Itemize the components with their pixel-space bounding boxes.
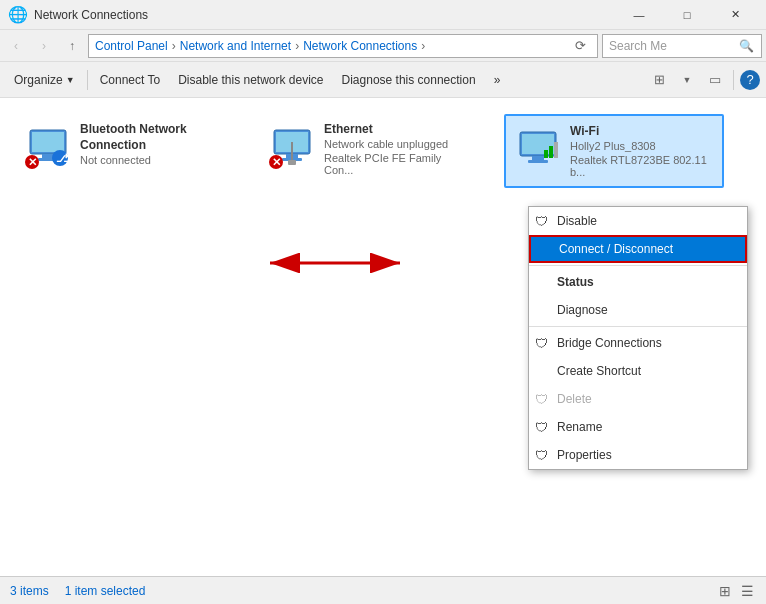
ethernet-adapter: Realtek PCIe FE Family Con...	[324, 152, 472, 176]
bluetooth-icon-wrapper: ⎇ ✕	[24, 122, 72, 170]
ctx-diagnose[interactable]: Diagnose	[529, 296, 747, 324]
back-button[interactable]: ‹	[4, 34, 28, 58]
shield-icon-delete: 🛡	[535, 392, 548, 407]
maximize-button[interactable]: □	[664, 0, 710, 30]
toolbar-right: ⊞ ▼ ▭ ?	[647, 68, 760, 92]
pane-button[interactable]: ▭	[703, 68, 727, 92]
ctx-rename[interactable]: 🛡 Rename	[529, 413, 747, 441]
title-bar: 🌐 Network Connections — □ ✕	[0, 0, 766, 30]
diagnose-button[interactable]: Diagnose this connection	[334, 66, 484, 94]
forward-button[interactable]: ›	[32, 34, 56, 58]
search-box[interactable]: 🔍	[602, 34, 762, 58]
ctx-disable[interactable]: 🛡 Disable	[529, 207, 747, 235]
svg-rect-18	[532, 156, 544, 160]
svg-text:✕: ✕	[28, 156, 37, 168]
search-icon[interactable]: 🔍	[738, 36, 755, 56]
svg-text:✕: ✕	[272, 156, 281, 168]
organize-dropdown-icon: ▼	[66, 75, 75, 85]
svg-rect-21	[549, 146, 553, 158]
organize-button[interactable]: Organize ▼	[6, 66, 83, 94]
main-content: ⎇ ✕ Bluetooth Network Connection Not con…	[0, 98, 766, 576]
up-button[interactable]: ↑	[60, 34, 84, 58]
svg-text:⎇: ⎇	[56, 152, 69, 164]
shield-icon-bridge: 🛡	[535, 336, 548, 351]
ctx-properties[interactable]: 🛡 Properties	[529, 441, 747, 469]
wifi-icon-wrapper	[514, 124, 562, 172]
minimize-button[interactable]: —	[616, 0, 662, 30]
window-title: Network Connections	[34, 8, 148, 22]
ethernet-name: Ethernet	[324, 122, 472, 136]
bluetooth-status: Not connected	[80, 154, 187, 166]
disable-button[interactable]: Disable this network device	[170, 66, 331, 94]
ctx-bridge-label: Bridge Connections	[557, 336, 662, 350]
error-badge-bluetooth: ✕	[24, 154, 40, 170]
ctx-delete-label: Delete	[557, 392, 592, 406]
bluetooth-info: Bluetooth Network Connection Not connect…	[80, 122, 187, 166]
view-grid-icon[interactable]: ⊞	[716, 583, 734, 599]
status-bar: 3 items 1 item selected ⊞ ☰	[0, 576, 766, 604]
wifi-info: Wi-Fi Holly2 Plus_8308 Realtek RTL8723BE…	[570, 124, 714, 178]
item-count: 3 items	[10, 584, 49, 598]
toolbar: Organize ▼ Connect To Disable this netwo…	[0, 62, 766, 98]
organize-label: Organize	[14, 73, 63, 87]
path-network-connections[interactable]: Network Connections	[303, 39, 417, 53]
ctx-shortcut[interactable]: Create Shortcut	[529, 357, 747, 385]
search-input[interactable]	[609, 39, 734, 53]
ethernet-info: Ethernet Network cable unplugged Realtek…	[324, 122, 472, 176]
close-button[interactable]: ✕	[712, 0, 758, 30]
path-network-internet[interactable]: Network and Internet	[180, 39, 291, 53]
diagnose-label: Diagnose this connection	[342, 73, 476, 87]
ethernet-status: Network cable unplugged	[324, 138, 472, 150]
ctx-properties-label: Properties	[557, 448, 612, 462]
wifi-adapter: Realtek RTL8723BE 802.11 b...	[570, 154, 714, 178]
view-list-icon[interactable]: ☰	[738, 583, 756, 599]
ctx-bridge[interactable]: 🛡 Bridge Connections	[529, 329, 747, 357]
toolbar-separator-1	[87, 70, 88, 90]
selected-count: 1 item selected	[65, 584, 146, 598]
shield-icon-rename: 🛡	[535, 420, 548, 435]
network-item-wifi[interactable]: Wi-Fi Holly2 Plus_8308 Realtek RTL8723BE…	[504, 114, 724, 188]
svg-rect-13	[288, 160, 296, 165]
ctx-diagnose-label: Diagnose	[557, 303, 608, 317]
address-bar: ‹ › ↑ Control Panel › Network and Intern…	[0, 30, 766, 62]
refresh-button[interactable]: ⟳	[569, 35, 591, 57]
error-badge-ethernet: ✕	[268, 154, 284, 170]
ctx-connect[interactable]: Connect / Disconnect	[529, 235, 747, 263]
help-button[interactable]: ?	[740, 70, 760, 90]
network-item-bluetooth[interactable]: ⎇ ✕ Bluetooth Network Connection Not con…	[16, 114, 236, 188]
view-layout-button[interactable]: ⊞	[647, 68, 671, 92]
app-icon: 🌐	[8, 5, 28, 24]
title-bar-left: 🌐 Network Connections	[8, 5, 148, 24]
ctx-shortcut-label: Create Shortcut	[557, 364, 641, 378]
connect-to-label: Connect To	[100, 73, 161, 87]
svg-rect-22	[554, 142, 558, 158]
address-path: Control Panel › Network and Internet › N…	[88, 34, 598, 58]
bluetooth-name: Bluetooth Network	[80, 122, 187, 136]
ctx-connect-label: Connect / Disconnect	[559, 242, 673, 256]
ctx-status[interactable]: Status	[529, 268, 747, 296]
wifi-icon	[514, 124, 562, 172]
wifi-ssid: Holly2 Plus_8308	[570, 140, 714, 152]
view-dropdown-button[interactable]: ▼	[675, 68, 699, 92]
ctx-status-label: Status	[557, 275, 594, 289]
disable-label: Disable this network device	[178, 73, 323, 87]
ctx-sep-2	[529, 326, 747, 327]
ctx-sep-1	[529, 265, 747, 266]
window-controls: — □ ✕	[616, 0, 758, 30]
svg-rect-20	[544, 150, 548, 158]
toolbar-separator-2	[733, 70, 734, 90]
ctx-delete: 🛡 Delete	[529, 385, 747, 413]
wifi-name: Wi-Fi	[570, 124, 714, 138]
shield-icon-disable: 🛡	[535, 214, 548, 229]
context-menu: 🛡 Disable Connect / Disconnect Status Di…	[528, 206, 748, 470]
shield-icon-properties: 🛡	[535, 448, 548, 463]
network-item-ethernet[interactable]: ✕ Ethernet Network cable unplugged Realt…	[260, 114, 480, 188]
breadcrumb: Control Panel › Network and Internet › N…	[95, 39, 569, 53]
more-label: »	[494, 73, 501, 87]
connect-to-button[interactable]: Connect To	[92, 66, 169, 94]
path-control-panel[interactable]: Control Panel	[95, 39, 168, 53]
svg-rect-1	[32, 132, 64, 152]
ctx-disable-label: Disable	[557, 214, 597, 228]
ethernet-icon-wrapper: ✕	[268, 122, 316, 170]
more-button[interactable]: »	[486, 66, 509, 94]
